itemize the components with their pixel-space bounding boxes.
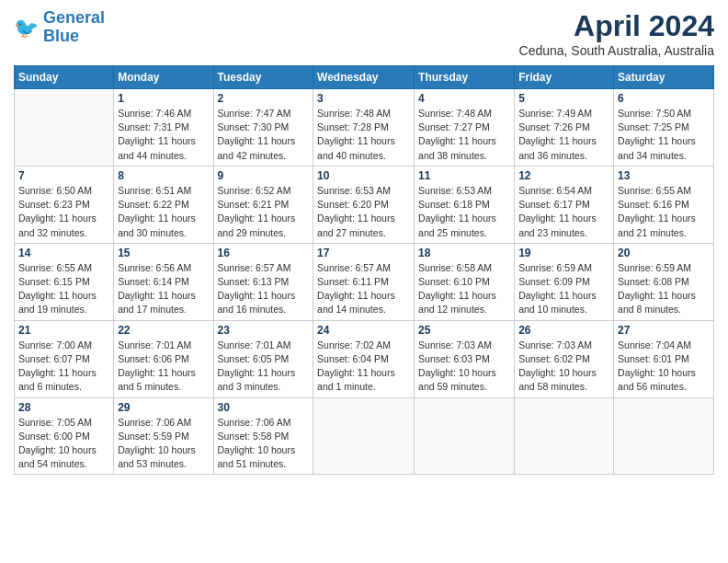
day-number: 18 [418, 247, 510, 259]
day-info: Sunrise: 6:56 AM Sunset: 6:14 PM Dayligh… [118, 261, 209, 317]
day-number: 22 [118, 324, 209, 337]
calendar-cell: 25Sunrise: 7:03 AM Sunset: 6:03 PM Dayli… [415, 320, 515, 397]
day-info: Sunrise: 6:59 AM Sunset: 6:08 PM Dayligh… [618, 261, 710, 317]
logo-text: General Blue [43, 9, 105, 46]
day-number: 28 [18, 401, 109, 414]
day-info: Sunrise: 7:06 AM Sunset: 5:59 PM Dayligh… [118, 416, 209, 472]
day-number: 21 [18, 324, 109, 337]
day-info: Sunrise: 6:50 AM Sunset: 6:23 PM Dayligh… [18, 184, 109, 240]
day-info: Sunrise: 7:02 AM Sunset: 6:04 PM Dayligh… [317, 339, 410, 395]
day-info: Sunrise: 6:51 AM Sunset: 6:22 PM Dayligh… [118, 184, 209, 240]
day-info: Sunrise: 7:47 AM Sunset: 7:30 PM Dayligh… [218, 107, 310, 163]
calendar-cell: 24Sunrise: 7:02 AM Sunset: 6:04 PM Dayli… [313, 320, 415, 397]
day-number: 19 [518, 247, 609, 259]
weekday-header-sunday: Sunday [15, 66, 114, 89]
weekday-header-monday: Monday [114, 66, 213, 89]
weekday-header-saturday: Saturday [614, 66, 714, 89]
day-number: 23 [218, 324, 310, 337]
logo: 🐦 General Blue [14, 9, 105, 46]
page-header: 🐦 General Blue April 2024 Ceduna, South … [14, 9, 714, 58]
week-row-5: 28Sunrise: 7:05 AM Sunset: 6:00 PM Dayli… [15, 397, 714, 475]
day-info: Sunrise: 6:52 AM Sunset: 6:21 PM Dayligh… [218, 184, 310, 240]
calendar-cell: 30Sunrise: 7:06 AM Sunset: 5:58 PM Dayli… [213, 397, 313, 475]
calendar-cell: 11Sunrise: 6:53 AM Sunset: 6:18 PM Dayli… [415, 166, 515, 243]
day-number: 5 [518, 92, 609, 105]
day-number: 4 [418, 92, 510, 105]
day-info: Sunrise: 7:04 AM Sunset: 6:01 PM Dayligh… [618, 339, 710, 395]
calendar-cell: 1Sunrise: 7:46 AM Sunset: 7:31 PM Daylig… [114, 89, 213, 167]
day-info: Sunrise: 6:58 AM Sunset: 6:10 PM Dayligh… [418, 261, 510, 317]
day-info: Sunrise: 6:57 AM Sunset: 6:13 PM Dayligh… [218, 261, 310, 317]
day-number: 14 [18, 247, 109, 259]
calendar-cell: 17Sunrise: 6:57 AM Sunset: 6:11 PM Dayli… [313, 243, 415, 320]
calendar-cell: 21Sunrise: 7:00 AM Sunset: 6:07 PM Dayli… [15, 320, 114, 397]
calendar-cell [515, 397, 614, 475]
day-number: 27 [618, 324, 710, 337]
location: Ceduna, South Australia, Australia [519, 43, 714, 58]
calendar-cell: 12Sunrise: 6:54 AM Sunset: 6:17 PM Dayli… [515, 166, 614, 243]
week-row-2: 7Sunrise: 6:50 AM Sunset: 6:23 PM Daylig… [15, 166, 714, 243]
weekday-header-friday: Friday [515, 66, 614, 89]
calendar-cell: 7Sunrise: 6:50 AM Sunset: 6:23 PM Daylig… [15, 166, 114, 243]
day-info: Sunrise: 7:03 AM Sunset: 6:02 PM Dayligh… [518, 339, 609, 395]
day-number: 9 [218, 169, 310, 182]
day-info: Sunrise: 7:49 AM Sunset: 7:26 PM Dayligh… [518, 107, 609, 163]
day-info: Sunrise: 6:53 AM Sunset: 6:20 PM Dayligh… [317, 184, 410, 240]
day-number: 25 [418, 324, 510, 337]
month-title: April 2024 [519, 9, 714, 43]
calendar-cell [415, 397, 515, 475]
calendar-cell: 14Sunrise: 6:55 AM Sunset: 6:15 PM Dayli… [15, 243, 114, 320]
day-info: Sunrise: 7:46 AM Sunset: 7:31 PM Dayligh… [118, 107, 209, 163]
calendar-cell: 3Sunrise: 7:48 AM Sunset: 7:28 PM Daylig… [313, 89, 415, 167]
day-number: 17 [317, 247, 410, 259]
calendar-cell [15, 89, 114, 167]
calendar-cell: 10Sunrise: 6:53 AM Sunset: 6:20 PM Dayli… [313, 166, 415, 243]
day-info: Sunrise: 6:57 AM Sunset: 6:11 PM Dayligh… [317, 261, 410, 317]
week-row-3: 14Sunrise: 6:55 AM Sunset: 6:15 PM Dayli… [15, 243, 714, 320]
day-number: 11 [418, 169, 510, 182]
day-info: Sunrise: 7:01 AM Sunset: 6:05 PM Dayligh… [218, 339, 310, 395]
day-number: 10 [317, 169, 410, 182]
svg-text:🐦: 🐦 [14, 16, 40, 40]
day-number: 20 [618, 247, 710, 259]
weekday-header-tuesday: Tuesday [213, 66, 313, 89]
weekday-header-row: SundayMondayTuesdayWednesdayThursdayFrid… [15, 66, 714, 89]
logo-icon: 🐦 [14, 15, 40, 40]
day-info: Sunrise: 6:55 AM Sunset: 6:16 PM Dayligh… [618, 184, 710, 240]
calendar-cell: 19Sunrise: 6:59 AM Sunset: 6:09 PM Dayli… [515, 243, 614, 320]
day-info: Sunrise: 6:55 AM Sunset: 6:15 PM Dayligh… [18, 261, 109, 317]
day-info: Sunrise: 6:53 AM Sunset: 6:18 PM Dayligh… [418, 184, 510, 240]
day-number: 12 [518, 169, 609, 182]
calendar-cell: 27Sunrise: 7:04 AM Sunset: 6:01 PM Dayli… [614, 320, 714, 397]
calendar-cell: 8Sunrise: 6:51 AM Sunset: 6:22 PM Daylig… [114, 166, 213, 243]
day-info: Sunrise: 7:48 AM Sunset: 7:27 PM Dayligh… [418, 107, 510, 163]
calendar-cell: 5Sunrise: 7:49 AM Sunset: 7:26 PM Daylig… [515, 89, 614, 167]
calendar-cell: 18Sunrise: 6:58 AM Sunset: 6:10 PM Dayli… [415, 243, 515, 320]
day-number: 7 [18, 169, 109, 182]
calendar-cell: 9Sunrise: 6:52 AM Sunset: 6:21 PM Daylig… [213, 166, 313, 243]
day-number: 16 [218, 247, 310, 259]
calendar-cell: 20Sunrise: 6:59 AM Sunset: 6:08 PM Dayli… [614, 243, 714, 320]
day-number: 6 [618, 92, 710, 105]
day-number: 1 [118, 92, 209, 105]
title-block: April 2024 Ceduna, South Australia, Aust… [519, 9, 714, 58]
day-info: Sunrise: 7:48 AM Sunset: 7:28 PM Dayligh… [317, 107, 410, 163]
day-number: 3 [317, 92, 410, 105]
calendar-cell: 28Sunrise: 7:05 AM Sunset: 6:00 PM Dayli… [15, 397, 114, 475]
calendar-cell: 22Sunrise: 7:01 AM Sunset: 6:06 PM Dayli… [114, 320, 213, 397]
calendar-cell: 2Sunrise: 7:47 AM Sunset: 7:30 PM Daylig… [213, 89, 313, 167]
day-info: Sunrise: 6:54 AM Sunset: 6:17 PM Dayligh… [518, 184, 609, 240]
calendar-cell: 23Sunrise: 7:01 AM Sunset: 6:05 PM Dayli… [213, 320, 313, 397]
week-row-4: 21Sunrise: 7:00 AM Sunset: 6:07 PM Dayli… [15, 320, 714, 397]
week-row-1: 1Sunrise: 7:46 AM Sunset: 7:31 PM Daylig… [15, 89, 714, 167]
day-info: Sunrise: 6:59 AM Sunset: 6:09 PM Dayligh… [518, 261, 609, 317]
calendar-cell: 6Sunrise: 7:50 AM Sunset: 7:25 PM Daylig… [614, 89, 714, 167]
day-number: 8 [118, 169, 209, 182]
day-number: 15 [118, 247, 209, 259]
day-number: 29 [118, 401, 209, 414]
calendar-cell: 16Sunrise: 6:57 AM Sunset: 6:13 PM Dayli… [213, 243, 313, 320]
day-info: Sunrise: 7:01 AM Sunset: 6:06 PM Dayligh… [118, 339, 209, 395]
day-info: Sunrise: 7:05 AM Sunset: 6:00 PM Dayligh… [18, 416, 109, 472]
calendar-cell: 26Sunrise: 7:03 AM Sunset: 6:02 PM Dayli… [515, 320, 614, 397]
calendar-table: SundayMondayTuesdayWednesdayThursdayFrid… [14, 65, 714, 475]
